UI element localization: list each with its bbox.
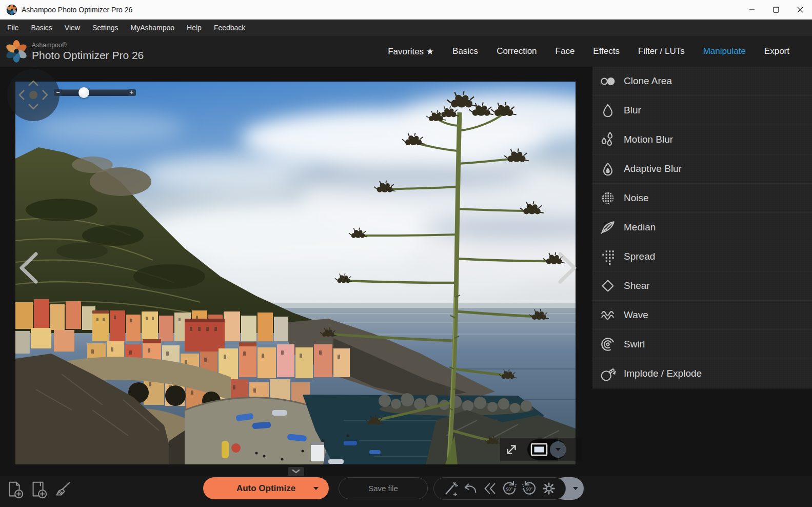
zoom-in-button[interactable]: + [128, 89, 136, 96]
view-mode-control[interactable] [527, 439, 567, 460]
tool-label: Adaptive Blur [624, 163, 682, 174]
zoom-out-button[interactable]: − [54, 89, 62, 96]
chevron-right-icon [554, 251, 580, 284]
header: Ashampoo® Photo Optimizer Pro 26 Favorit… [0, 36, 812, 67]
tool-adaptive-blur[interactable]: Adaptive Blur [592, 154, 812, 184]
minimize-icon [749, 7, 755, 13]
next-image-button[interactable] [554, 251, 580, 284]
zoom-slider-thumb[interactable] [78, 87, 89, 98]
zoom-slider[interactable]: − + [54, 87, 136, 98]
view-mode-dropdown[interactable] [550, 441, 566, 458]
tool-clone-area[interactable]: Clone Area [592, 67, 812, 96]
single-view-icon [530, 443, 548, 456]
canvas-view-controls [500, 438, 582, 461]
rotate-ccw-button[interactable]: 90° [501, 480, 518, 497]
tab-manipulate[interactable]: Manipulate [703, 46, 746, 56]
menu-help[interactable]: Help [181, 20, 208, 36]
tool-wave[interactable]: Wave [592, 301, 812, 330]
svg-text:90°: 90° [506, 486, 513, 492]
menubar: File Basics View Settings MyAshampoo Hel… [0, 20, 812, 36]
zoom-slider-track[interactable] [61, 89, 129, 96]
median-icon [600, 219, 616, 236]
brand-name-small: Ashampoo® [32, 42, 144, 49]
menu-feedback[interactable]: Feedback [208, 20, 251, 36]
add-image-button[interactable] [4, 478, 27, 501]
clone-area-icon [600, 73, 616, 89]
undo-all-button[interactable] [481, 480, 499, 497]
brand-name-large: Photo Optimizer Pro 26 [32, 49, 144, 62]
motion-blur-icon [600, 131, 616, 148]
tool-noise[interactable]: Noise [592, 184, 812, 213]
menu-basics[interactable]: Basics [25, 20, 58, 36]
tab-favorites[interactable]: Favorites ★ [388, 46, 434, 57]
magic-wand-button[interactable] [442, 480, 459, 497]
tool-shear[interactable]: Shear [592, 271, 812, 301]
dropdown-arrow-icon [573, 487, 578, 490]
tool-blur[interactable]: Blur [592, 96, 812, 125]
pan-control[interactable] [7, 69, 60, 121]
tool-motion-blur[interactable]: Motion Blur [592, 125, 812, 154]
noise-icon [600, 190, 616, 206]
rotate-ccw-icon: 90° [501, 480, 518, 497]
tab-effects[interactable]: Effects [593, 46, 620, 56]
brand: Ashampoo® Photo Optimizer Pro 26 [5, 40, 144, 63]
tool-spread[interactable]: Spread [592, 242, 812, 271]
clean-broom-button[interactable] [51, 478, 74, 501]
tool-label: Noise [624, 192, 649, 204]
close-icon [797, 7, 803, 13]
brand-logo-icon [5, 40, 28, 63]
collapse-filmstrip-button[interactable] [288, 467, 304, 476]
menu-view[interactable]: View [58, 20, 86, 36]
menu-myashampoo[interactable]: MyAshampoo [124, 20, 181, 36]
tab-basics[interactable]: Basics [452, 46, 478, 56]
tab-correction[interactable]: Correction [497, 46, 537, 56]
auto-optimize-label: Auto Optimize [236, 483, 295, 494]
previous-image-button[interactable] [16, 251, 42, 284]
undo-button[interactable] [461, 480, 479, 497]
rotate-cw-button[interactable]: 90° [521, 480, 538, 497]
tool-implode-explode[interactable]: Implode / Explode [592, 359, 812, 388]
photo-canvas[interactable] [15, 82, 576, 464]
nav-tabs: Favorites ★ Basics Correction Face Effec… [388, 36, 789, 67]
tool-swirl[interactable]: Swirl [592, 330, 812, 359]
chevron-down-icon [292, 469, 300, 474]
edit-tools-group: 90° 90° [433, 477, 566, 500]
broom-icon [53, 480, 72, 499]
svg-text:90°: 90° [526, 486, 532, 492]
menu-file[interactable]: File [1, 20, 25, 36]
window-title: Ashampoo Photo Optimizer Pro 26 [22, 6, 132, 14]
add-image-icon [6, 480, 25, 499]
maximize-button[interactable] [764, 0, 788, 20]
view-mode-button[interactable] [527, 439, 550, 460]
close-button[interactable] [788, 0, 812, 20]
expand-icon [504, 442, 519, 457]
blur-icon [600, 102, 616, 119]
undo-icon [462, 480, 478, 497]
tool-label: Shear [624, 280, 650, 291]
save-file-button[interactable]: Save file [339, 477, 428, 499]
fullscreen-button[interactable] [500, 438, 523, 461]
tab-export[interactable]: Export [764, 46, 789, 56]
settings-button[interactable] [540, 480, 558, 497]
app-window: Ashampoo Photo Optimizer Pro 26 File Bas… [0, 0, 812, 507]
titlebar: Ashampoo Photo Optimizer Pro 26 [0, 0, 812, 20]
minimize-button[interactable] [740, 0, 764, 20]
swirl-icon [600, 336, 616, 353]
bottom-toolbar: Auto Optimize Save file [0, 476, 812, 507]
maximize-icon [773, 7, 779, 13]
magic-wand-icon [442, 480, 459, 497]
auto-optimize-button[interactable]: Auto Optimize [203, 477, 329, 499]
tool-median[interactable]: Median [592, 213, 812, 242]
add-images-button[interactable] [28, 478, 50, 501]
rotate-cw-icon: 90° [521, 480, 538, 497]
app-logo-icon [6, 4, 17, 15]
add-images-icon [29, 480, 49, 499]
auto-optimize-dropdown-icon[interactable] [313, 487, 319, 490]
tool-label: Wave [624, 309, 648, 321]
tab-filter-luts[interactable]: Filter / LUTs [638, 46, 685, 56]
wave-icon [600, 307, 616, 323]
menu-settings[interactable]: Settings [86, 20, 125, 36]
tab-face[interactable]: Face [556, 46, 575, 56]
tool-label: Blur [624, 105, 641, 116]
implode-explode-icon [600, 365, 616, 382]
